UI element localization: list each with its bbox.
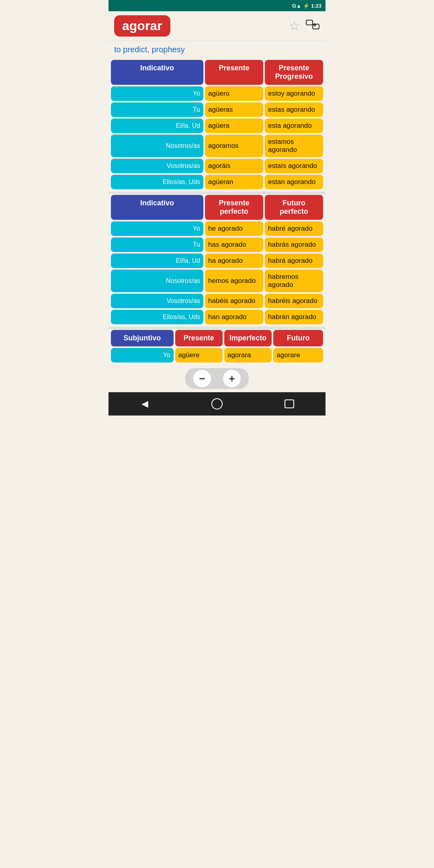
verb-yo-prog[interactable]: estoy agorando: [265, 86, 323, 101]
verb-ellos-perf[interactable]: han agorado: [205, 310, 263, 324]
subject-ellos-2: Ellos/as, Uds: [111, 310, 203, 324]
col-header-futuro-perf: Futuro perfecto: [265, 195, 323, 220]
nav-bar: ◀: [108, 392, 326, 416]
verb-tu-prog[interactable]: estas agorando: [265, 102, 323, 117]
verb-tu-perf[interactable]: has agorado: [205, 237, 263, 252]
col-header-presente-perf: Presente perfecto: [205, 195, 263, 220]
subject-vosotros-2: Vosotros/as: [111, 294, 203, 308]
verb-vosotros-perf[interactable]: habéis agorado: [205, 294, 263, 308]
zoom-in-button[interactable]: +: [223, 370, 241, 387]
subject-nosotros-2: Nosotros/as: [111, 270, 203, 292]
section1-row-3: Nosotros/as agoramos estamos agorando: [110, 134, 324, 158]
col-header-indicativo-1: Indicativo: [111, 60, 203, 85]
battery-icon: ⚡: [303, 3, 309, 9]
svg-rect-0: [306, 20, 313, 25]
status-bar: G▲ ⚡ 1:23: [108, 0, 326, 11]
section2-row-1: Tu has agorado habrás agorado: [110, 237, 324, 253]
subject-tu-1: Tu: [111, 102, 203, 117]
col-header-subjuntivo: Subjuntivo: [111, 330, 174, 346]
header-actions: ☆: [289, 18, 320, 33]
verb-yo-perf[interactable]: he agorado: [205, 221, 263, 236]
section2-row-4: Vosotros/as habéis agorado habréis agora…: [110, 293, 324, 309]
section3-row-0: Yo agüere agorara agorare: [110, 347, 324, 363]
verb-tu-futperf[interactable]: habrás agorado: [265, 237, 323, 252]
verb-nosotros-perf[interactable]: hemos agorado: [205, 270, 263, 292]
verb-nosotros-presente[interactable]: agoramos: [205, 135, 263, 157]
subject-ellos-1: Ellos/as, Uds: [111, 175, 203, 189]
recents-button[interactable]: [277, 396, 301, 412]
section-subjuntivo: Subjuntivo Presente Imperfecto Futuro Yo…: [108, 329, 326, 365]
verb-vosotros-presente[interactable]: agoráis: [205, 159, 263, 173]
verb-ella-perf[interactable]: ha agorado: [205, 254, 263, 268]
verb-nosotros-futperf[interactable]: habremos agorado: [265, 270, 323, 292]
signal-icon: G▲: [292, 3, 301, 9]
verb-ella-presente[interactable]: agüera: [205, 119, 263, 133]
verb-yo-subjpres[interactable]: agüere: [175, 348, 223, 362]
zoom-bar: − +: [108, 365, 326, 392]
verb-ella-futperf[interactable]: habrá agorado: [265, 254, 323, 268]
section1-row-1: Tu agüeras estas agorando: [110, 102, 324, 118]
section1-row-0: Yo agüero estoy agorando: [110, 86, 324, 102]
verb-yo-futperf[interactable]: habré agorado: [265, 221, 323, 236]
col-header-subjpresente: Presente: [175, 330, 223, 346]
svg-rect-3: [285, 400, 294, 408]
subject-ella-1: El/la, Ud: [111, 119, 203, 133]
verb-yo-futuro[interactable]: agorare: [273, 348, 323, 362]
verb-yo-presente[interactable]: agüero: [205, 86, 263, 101]
section2-header-row: Indicativo Presente perfecto Futuro perf…: [110, 194, 324, 221]
col-header-futuro: Futuro: [273, 330, 323, 346]
section1-row-4: Vosotros/as agoráis estaís agorando: [110, 158, 324, 174]
favorite-button[interactable]: ☆: [289, 19, 300, 33]
section-indicativo-perfecto: Indicativo Presente perfecto Futuro perf…: [108, 194, 326, 327]
translation-text: to predict, prophesy: [108, 41, 326, 59]
section3-header-row: Subjuntivo Presente Imperfecto Futuro: [110, 329, 324, 347]
verb-nosotros-prog[interactable]: estamos agorando: [265, 135, 323, 157]
subject-yo-1: Yo: [111, 86, 203, 101]
section1-row-2: El/la, Ud agüera esta agorando: [110, 118, 324, 134]
subject-yo-2: Yo: [111, 221, 203, 236]
section-indicativo-presente: Indicativo Presente Presente Progresivo …: [108, 59, 326, 192]
col-header-indicativo-2: Indicativo: [111, 195, 203, 220]
app-header: agorar ☆: [108, 11, 326, 41]
verb-vosotros-futperf[interactable]: habréis agorado: [265, 294, 323, 308]
verb-ella-prog[interactable]: esta agorando: [265, 119, 323, 133]
section2-row-0: Yo he agorado habré agorado: [110, 221, 324, 237]
section1-header-row: Indicativo Presente Presente Progresivo: [110, 59, 324, 86]
subject-nosotros-1: Nosotros/as: [111, 135, 203, 157]
verb-tu-presente[interactable]: agüeras: [205, 102, 263, 117]
col-header-imperfecto: Imperfecto: [224, 330, 272, 346]
zoom-controls: − +: [185, 368, 249, 389]
section2-row-3: Nosotros/as hemos agorado habremos agora…: [110, 269, 324, 293]
verb-ellos-futperf[interactable]: habrán agorado: [265, 310, 323, 324]
col-header-presente: Presente: [205, 60, 263, 85]
swap-button[interactable]: [305, 18, 320, 33]
section2-row-2: El/la, Ud ha agorado habrá agorado: [110, 253, 324, 269]
status-icons: G▲ ⚡ 1:23: [292, 3, 321, 9]
verb-ellos-presente[interactable]: agüeran: [205, 175, 263, 189]
conjugation-scroll[interactable]: Indicativo Presente Presente Progresivo …: [108, 59, 326, 392]
section2-row-5: Ellos/as, Uds han agorado habrán agorado: [110, 309, 324, 325]
subject-vosotros-1: Vosotros/as: [111, 159, 203, 173]
subject-yo-3: Yo: [111, 348, 174, 362]
verb-yo-imperf[interactable]: agorara: [224, 348, 272, 362]
subject-tu-2: Tu: [111, 237, 203, 252]
section1-row-5: Ellos/as, Uds agüeran estan agorando: [110, 174, 324, 190]
time-display: 1:23: [311, 3, 321, 9]
svg-point-2: [212, 399, 222, 409]
verb-ellos-prog[interactable]: estan agorando: [265, 175, 323, 189]
subject-ella-2: El/la, Ud: [111, 254, 203, 268]
back-button[interactable]: ◀: [133, 396, 157, 412]
home-button[interactable]: [205, 396, 229, 412]
zoom-out-button[interactable]: −: [193, 370, 211, 387]
col-header-presente-prog: Presente Progresivo: [265, 60, 323, 85]
verb-vosotros-prog[interactable]: estaís agorando: [265, 159, 323, 173]
word-badge: agorar: [114, 15, 170, 37]
